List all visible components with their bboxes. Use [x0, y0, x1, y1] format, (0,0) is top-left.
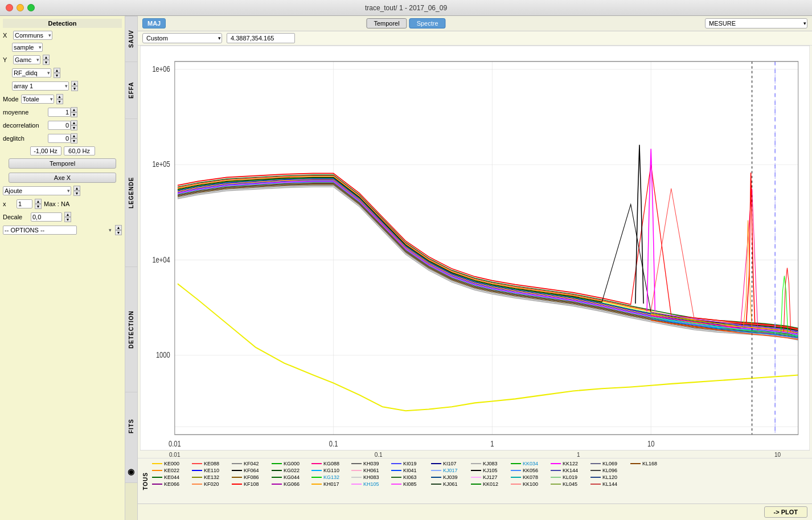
sample-row: sample Hz s — [3, 43, 122, 52]
minimize-button[interactable] — [17, 4, 24, 11]
tab-temporel[interactable]: Temporel — [366, 18, 407, 28]
legend-color-swatch — [431, 484, 441, 485]
svg-text:1e+06: 1e+06 — [152, 64, 170, 73]
eye-icon-label[interactable]: ◉ — [125, 460, 137, 483]
legend-item-label: KK122 — [563, 461, 578, 466]
legend-color-swatch — [471, 470, 481, 471]
tab-spectre[interactable]: Spectre — [409, 18, 446, 28]
legend-item-label: KK012 — [483, 481, 498, 487]
list-item: KK122 — [551, 461, 590, 466]
detection-label[interactable]: DETECTION — [125, 267, 137, 392]
list-item: KF108 — [232, 481, 272, 487]
moyenne-down[interactable]: ▼ — [71, 112, 77, 117]
traffic-lights — [6, 4, 35, 11]
list-item: KL045 — [551, 481, 590, 487]
legend-item-label: KH105 — [363, 481, 379, 487]
decorr-up[interactable]: ▲ — [71, 120, 77, 125]
moyenne-input[interactable] — [48, 108, 71, 117]
legend-item-label: KG044 — [284, 474, 300, 480]
decale-input[interactable] — [31, 212, 62, 222]
plot-button[interactable]: -> PLOT — [764, 506, 807, 518]
freq-max[interactable]: 60,0 Hz — [64, 146, 95, 155]
moyenne-up[interactable]: ▲ — [71, 107, 77, 112]
array-up-btn[interactable]: ▲ — [71, 81, 78, 86]
fits-label[interactable]: FITS — [125, 392, 137, 460]
legend-color-swatch — [431, 463, 441, 464]
array-down-btn[interactable]: ▼ — [71, 86, 78, 91]
mode-select[interactable]: Totale Partielle Cumul — [21, 95, 54, 104]
legend-column: KE000KE022KE044KE066 — [152, 461, 192, 501]
svg-text:1: 1 — [490, 439, 494, 448]
axex-button[interactable]: Axe X — [9, 173, 116, 183]
temporel-button[interactable]: Temporel — [9, 158, 116, 169]
deglitch-stepper[interactable]: ▲ ▼ — [71, 133, 77, 144]
maximize-button[interactable] — [27, 4, 35, 11]
rf-row: RF_didq RF_abs RF_phase ▲ ▼ — [3, 68, 122, 78]
freq-min[interactable]: -1,00 Hz — [30, 146, 61, 155]
decale-down[interactable]: ▼ — [64, 217, 71, 222]
ajoute-stepper[interactable]: ▲ ▼ — [73, 186, 80, 196]
rf-select[interactable]: RF_didq RF_abs RF_phase — [12, 68, 51, 77]
legende-label[interactable]: LEGENDE — [125, 118, 137, 267]
legend-item-label: KI063 — [403, 474, 417, 480]
list-item: KE066 — [152, 481, 192, 487]
rf-up-btn[interactable]: ▲ — [54, 68, 60, 73]
list-item: KH083 — [351, 474, 391, 480]
close-button[interactable] — [6, 4, 13, 11]
x1-stepper[interactable]: ▲ ▼ — [35, 199, 42, 209]
x1-input[interactable] — [17, 199, 32, 208]
list-item: KL096 — [590, 468, 630, 473]
options-up[interactable]: ▲ — [115, 225, 122, 230]
y-select[interactable]: Gamc Veloc Depl — [13, 55, 40, 64]
y-up-btn[interactable]: ▲ — [43, 55, 50, 60]
x1-down[interactable]: ▼ — [35, 204, 42, 209]
rf-down-btn[interactable]: ▼ — [54, 73, 60, 78]
legend-color-swatch — [232, 484, 242, 485]
legend-item-label: KI107 — [443, 461, 457, 466]
legend-item-label: KI019 — [403, 461, 417, 466]
maj-button[interactable]: MAJ — [142, 18, 166, 28]
deglitch-down[interactable]: ▼ — [71, 138, 77, 144]
decorr-down[interactable]: ▼ — [71, 125, 77, 130]
list-item: KF086 — [232, 474, 272, 480]
y-down-btn[interactable]: ▼ — [43, 60, 50, 65]
moyenne-stepper[interactable]: ▲ ▼ — [71, 107, 77, 117]
options-down[interactable]: ▼ — [115, 230, 122, 235]
mesure-select[interactable]: MESURE RMS MAX MIN — [705, 18, 807, 28]
decorrelation-input[interactable] — [48, 121, 71, 130]
options-select[interactable]: -- OPTIONS -- Option 1 Option 2 — [3, 226, 77, 235]
y-row: Y Gamc Veloc Depl ▲ ▼ — [3, 55, 122, 65]
custom-select[interactable]: Custom All Auto — [142, 33, 222, 43]
list-item: KE132 — [192, 474, 232, 480]
mode-down-btn[interactable]: ▼ — [56, 99, 63, 104]
decale-up[interactable]: ▲ — [64, 212, 71, 217]
legend-item-label: KF020 — [204, 481, 219, 487]
chart-svg: 1e+06 1e+05 1e+04 1000 0.01 0.1 1 10 — [140, 46, 810, 451]
sample-select[interactable]: sample Hz s — [12, 43, 43, 52]
list-item: KG044 — [272, 474, 311, 480]
array-stepper[interactable]: ▲ ▼ — [71, 81, 78, 91]
decale-stepper[interactable]: ▲ ▼ — [64, 212, 71, 222]
x1-up[interactable]: ▲ — [35, 199, 42, 204]
ajoute-down[interactable]: ▼ — [73, 191, 80, 196]
sauv-label[interactable]: SAUV — [125, 16, 137, 62]
list-item: KF064 — [232, 468, 272, 473]
options-stepper[interactable]: ▲ ▼ — [115, 225, 122, 235]
ajoute-select[interactable]: Ajoute Remplace Efface — [3, 186, 71, 195]
y-stepper[interactable]: ▲ ▼ — [43, 55, 50, 65]
deglitch-up[interactable]: ▲ — [71, 133, 77, 138]
x-select[interactable]: Communs Temps Freq — [13, 31, 52, 40]
decorr-stepper[interactable]: ▲ ▼ — [71, 120, 77, 130]
ajoute-up[interactable]: ▲ — [73, 186, 80, 191]
array-select[interactable]: array 1 array 2 array 3 — [12, 81, 69, 91]
effa-label[interactable]: EFFA — [125, 62, 137, 118]
window-title: trace_tout/ 1 - 2017_06_09 — [365, 4, 447, 12]
legend-color-swatch — [192, 477, 202, 478]
list-item: KK144 — [551, 468, 590, 473]
rf-stepper[interactable]: ▲ ▼ — [54, 68, 60, 78]
legend-item-label: KL045 — [563, 481, 577, 487]
mode-up-btn[interactable]: ▲ — [56, 94, 63, 99]
deglitch-input[interactable] — [48, 134, 71, 143]
mode-stepper[interactable]: ▲ ▼ — [56, 94, 63, 104]
list-item: KI107 — [431, 461, 471, 466]
